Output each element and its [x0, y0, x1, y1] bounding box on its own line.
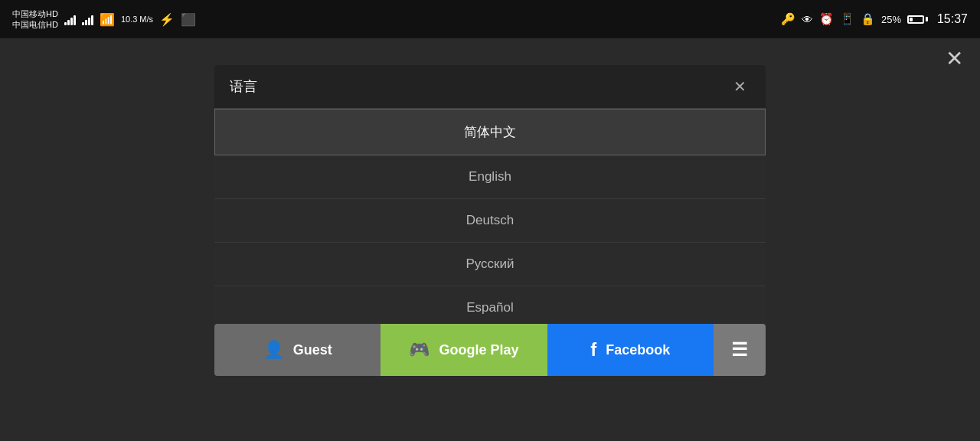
signal-icon-2: [82, 13, 93, 25]
language-label-en: English: [469, 169, 511, 184]
language-label-ru: Русский: [466, 256, 514, 271]
alarm-icon: ⏰: [819, 12, 834, 26]
dialog-title: 语言: [230, 77, 257, 96]
carrier2-label: 中国电信HD: [12, 19, 58, 30]
carrier1-label: 中国移动HD: [12, 8, 58, 19]
battery-indicator: [907, 15, 928, 24]
gamepad-icon: 🎮: [409, 340, 430, 360]
status-left: 中国移动HD 中国电信HD 📶 10.3 M/s ⚡ ⬛: [12, 8, 196, 31]
language-item-en[interactable]: English: [214, 155, 766, 199]
menu-button[interactable]: ☰: [714, 324, 766, 376]
language-item-zh[interactable]: 简体中文: [214, 109, 766, 155]
phone-icon: 📱: [840, 12, 854, 26]
guest-button[interactable]: 👤 Guest: [214, 324, 381, 376]
language-item-de[interactable]: Deutsch: [214, 199, 766, 243]
time-label: 15:37: [937, 12, 968, 26]
charging-icon: ⚡: [159, 12, 175, 27]
menu-icon: ☰: [731, 339, 748, 361]
dialog-header: 语言 ✕: [214, 65, 766, 109]
dialog-close-button[interactable]: ✕: [729, 76, 750, 97]
google-play-label: Google Play: [439, 342, 518, 358]
guest-icon: 👤: [263, 340, 284, 360]
language-item-ru[interactable]: Русский: [214, 243, 766, 286]
facebook-icon: f: [590, 339, 596, 361]
facebook-label: Facebook: [606, 342, 670, 358]
language-label-de: Deutsch: [466, 213, 514, 227]
eye-icon: 👁: [802, 13, 813, 26]
guest-label: Guest: [293, 342, 332, 358]
key-icon: 🔑: [781, 12, 795, 26]
direction-icon: ⬛: [181, 12, 196, 27]
language-label-es: Español: [466, 300, 513, 315]
status-bar: 中国移动HD 中国电信HD 📶 10.3 M/s ⚡ ⬛ 🔑 👁 ⏰: [0, 0, 980, 38]
speed-label: 10.3 M/s: [121, 15, 153, 24]
facebook-button[interactable]: f Facebook: [547, 324, 714, 376]
google-play-button[interactable]: 🎮 Google Play: [381, 324, 547, 376]
bottom-actions: 👤 Guest 🎮 Google Play f Facebook ☰: [214, 324, 766, 376]
status-right: 🔑 👁 ⏰ 📱 🔒 25% 15:37: [781, 12, 968, 26]
language-label-zh: 简体中文: [464, 125, 516, 139]
top-close-button[interactable]: ✕: [940, 44, 968, 72]
battery-percent: 25%: [881, 14, 901, 25]
wifi-icon: 📶: [100, 12, 115, 27]
language-dialog: 语言 ✕ 简体中文 English Deutsch Русский Españo…: [214, 65, 766, 330]
lock-icon: 🔒: [861, 12, 875, 26]
language-list: 简体中文 English Deutsch Русский Español: [214, 109, 766, 330]
signal-icon-1: [64, 13, 76, 25]
carrier-info: 中国移动HD 中国电信HD: [12, 8, 58, 31]
